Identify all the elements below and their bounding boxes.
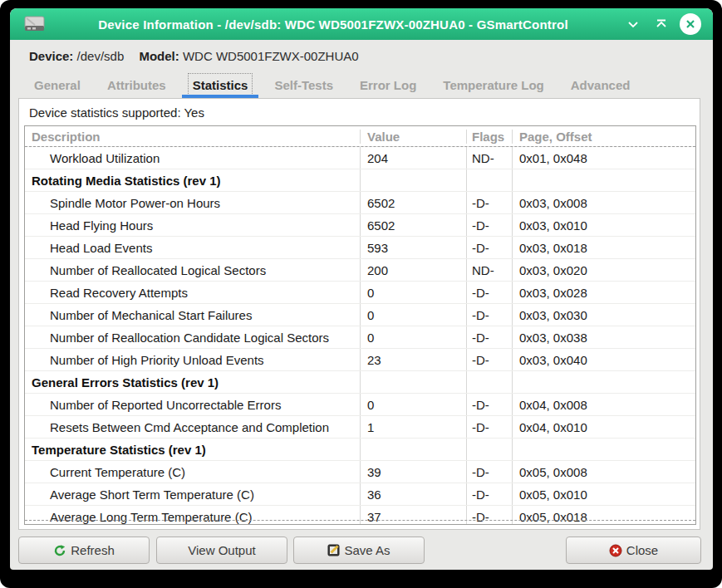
tab-self-tests[interactable]: Self-Tests <box>263 71 344 98</box>
row-flags <box>466 169 512 191</box>
column-header-value[interactable]: Value <box>360 130 466 144</box>
row-flags <box>466 439 512 460</box>
table-row[interactable]: Head Load Events593-D-0x03, 0x018 <box>25 236 695 258</box>
row-value: 593 <box>360 237 466 258</box>
maximize-button[interactable] <box>651 14 671 34</box>
row-flags: -D- <box>466 304 512 326</box>
table-row[interactable]: Spindle Motor Power-on Hours6502-D-0x03,… <box>25 191 695 213</box>
close-button-label: Close <box>626 543 658 557</box>
row-value <box>360 439 466 460</box>
table-row[interactable]: Average Short Term Temperature (C)36-D-0… <box>25 483 695 505</box>
tab-error-log[interactable]: Error Log <box>349 71 427 98</box>
table-row[interactable]: Resets Between Cmd Acceptance and Comple… <box>25 415 695 438</box>
table-row[interactable]: Current Temperature (C)39-D-0x05, 0x008 <box>25 460 695 483</box>
tab-label: Statistics <box>193 78 248 92</box>
title-bar: Device Information - /dev/sdb: WDC WD500… <box>10 8 713 40</box>
row-value: 6502 <box>360 214 466 236</box>
column-header-page-offset[interactable]: Page, Offset <box>512 130 695 144</box>
row-page-offset: 0x03, 0x008 <box>512 192 695 213</box>
tab-bar: GeneralAttributesStatisticsSelf-TestsErr… <box>23 71 700 98</box>
table-row[interactable]: Number of Reallocation Candidate Logical… <box>25 326 695 348</box>
close-icon <box>609 544 622 557</box>
row-value: 1 <box>360 416 466 438</box>
close-button[interactable]: Close <box>566 537 701 564</box>
row-value <box>360 371 466 393</box>
row-description: Head Flying Hours <box>25 218 360 233</box>
tab-general[interactable]: General <box>23 71 91 98</box>
row-description: Workload Utilization <box>25 151 360 165</box>
row-flags: ND- <box>466 259 512 281</box>
row-page-offset: 0x03, 0x020 <box>512 259 695 281</box>
row-value: 204 <box>360 147 466 169</box>
hard-drive-icon <box>23 14 47 34</box>
row-description: Read Recovery Attempts <box>25 286 360 300</box>
minimize-button[interactable] <box>623 14 643 34</box>
row-description: Resets Between Cmd Acceptance and Comple… <box>25 420 360 434</box>
table-section-row[interactable]: Temperature Statistics (rev 1) <box>25 438 695 460</box>
row-page-offset: 0x03, 0x030 <box>512 304 695 326</box>
tab-statistics[interactable]: Statistics <box>182 71 259 98</box>
row-flags <box>466 371 512 393</box>
row-description: Temperature Statistics (rev 1) <box>25 443 360 457</box>
row-value <box>360 169 466 191</box>
row-page-offset: 0x04, 0x010 <box>512 416 695 438</box>
row-page-offset: 0x03, 0x010 <box>512 214 695 236</box>
tab-label: Error Log <box>360 78 416 92</box>
row-flags: -D- <box>466 326 512 348</box>
tab-label: Self-Tests <box>274 78 333 92</box>
column-header-flags[interactable]: Flags <box>466 130 512 144</box>
tab-attributes[interactable]: Attributes <box>96 71 177 98</box>
tab-label: General <box>34 78 81 92</box>
view-output-button[interactable]: View Output <box>156 537 287 564</box>
table-row[interactable]: Average Long Term Temperature (C)37-D-0x… <box>25 505 695 524</box>
table-row[interactable]: Read Recovery Attempts0-D-0x03, 0x028 <box>25 281 695 303</box>
table-row[interactable]: Workload Utilization204ND-0x01, 0x048 <box>25 146 695 169</box>
row-value: 23 <box>360 349 466 370</box>
row-value: 39 <box>360 461 466 483</box>
save-as-button-label: Save As <box>344 543 390 557</box>
row-description: Spindle Motor Power-on Hours <box>25 196 360 210</box>
table-row[interactable]: Number of High Priority Unload Events23-… <box>25 348 695 370</box>
tab-label: Temperature Log <box>443 78 543 92</box>
row-value: 200 <box>360 259 466 281</box>
device-info-line: Device: /dev/sdb Model: WDC WD5001FZWX-0… <box>29 49 371 63</box>
row-page-offset: 0x03, 0x018 <box>512 237 695 258</box>
row-description: Number of Reallocation Candidate Logical… <box>25 331 360 345</box>
row-description: Head Load Events <box>25 241 360 255</box>
row-value: 36 <box>360 483 466 505</box>
row-value: 0 <box>360 394 466 415</box>
device-label: Device: <box>29 49 73 63</box>
table-row[interactable]: Number of Reallocated Logical Sectors200… <box>25 258 695 281</box>
window-title: Device Information - /dev/sdb: WDC WD500… <box>10 17 623 32</box>
row-page-offset <box>512 371 695 393</box>
row-flags: -D- <box>466 461 512 483</box>
close-window-button[interactable] <box>680 13 701 35</box>
table-row[interactable]: Head Flying Hours6502-D-0x03, 0x010 <box>25 213 695 236</box>
row-page-offset: 0x03, 0x038 <box>512 326 695 348</box>
refresh-button[interactable]: Refresh <box>18 537 150 564</box>
row-description: Rotating Media Statistics (rev 1) <box>25 174 360 188</box>
row-page-offset: 0x05, 0x008 <box>512 461 695 483</box>
table-section-row[interactable]: General Errors Statistics (rev 1) <box>25 370 695 393</box>
refresh-icon <box>53 544 66 557</box>
screen-background: Device Information - /dev/sdb: WDC WD500… <box>0 0 722 588</box>
row-description: Current Temperature (C) <box>25 465 360 479</box>
table-section-row[interactable]: Rotating Media Statistics (rev 1) <box>25 169 695 191</box>
row-flags: -D- <box>466 192 512 213</box>
row-flags: -D- <box>466 282 512 303</box>
row-value: 37 <box>360 506 466 524</box>
stats-table-rows: Workload Utilization204ND-0x01, 0x048Rot… <box>25 146 695 524</box>
table-row[interactable]: Number of Reported Uncorrectable Errors0… <box>25 393 695 415</box>
focus-dash-top <box>25 146 695 147</box>
save-as-button[interactable]: Save As <box>293 537 425 564</box>
row-description: Number of High Priority Unload Events <box>25 353 360 367</box>
tab-temperature-log[interactable]: Temperature Log <box>432 71 554 98</box>
statistics-panel: Device statistics supported: Yes Descrip… <box>18 98 700 530</box>
window-controls <box>623 13 713 35</box>
tab-advanced[interactable]: Advanced <box>560 71 641 98</box>
row-flags: -D- <box>466 214 512 236</box>
column-header-description[interactable]: Description <box>25 130 360 144</box>
device-value: /dev/sdb <box>77 49 125 63</box>
row-value: 6502 <box>360 192 466 213</box>
table-row[interactable]: Number of Mechanical Start Failures0-D-0… <box>25 303 695 326</box>
